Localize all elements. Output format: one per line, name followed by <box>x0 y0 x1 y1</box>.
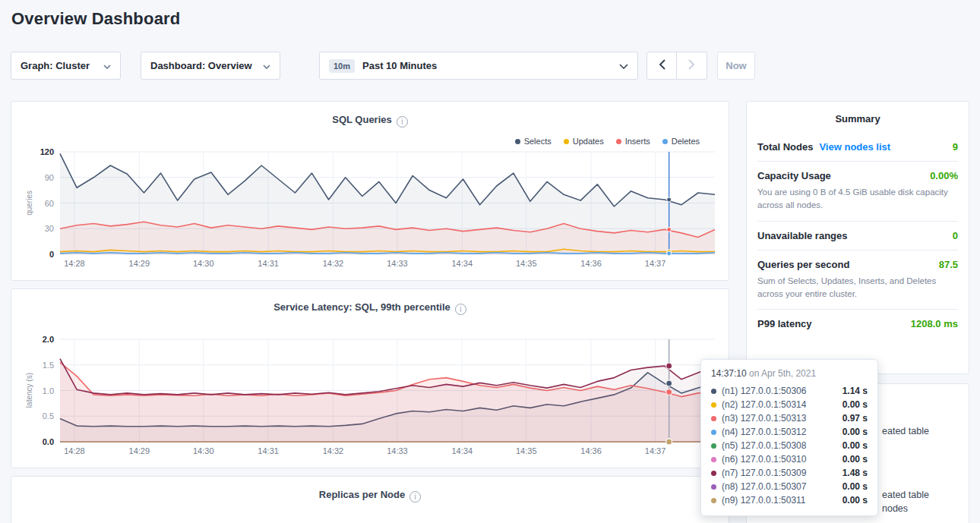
tooltip-row: (n3) 127.0.0.1:503130.97 s <box>711 411 868 425</box>
sql-queries-chart-area[interactable]: queries 1209060300 14:2814:2914:3014:311… <box>60 152 715 254</box>
dashboard-dropdown[interactable]: Dashboard: Overview <box>141 52 280 80</box>
dashboard-dropdown-label: Dashboard: Overview <box>150 60 252 71</box>
chevron-down-icon <box>103 60 111 71</box>
tooltip-node-label: (n8) 127.0.0.1:50307 <box>722 481 806 492</box>
x-tick-label: 14:29 <box>129 259 150 268</box>
sql-queries-panel: SQL Queriesi SelectsUpdatesInsertsDelete… <box>11 101 729 281</box>
tooltip-node-label: (n9) 127.0.0.1:50311 <box>722 495 806 506</box>
legend-dot-icon <box>616 139 621 144</box>
chevron-right-icon <box>688 59 695 72</box>
tooltip-row: (n6) 127.0.0.1:503100.00 s <box>711 452 868 466</box>
tooltip-node-value: 0.00 s <box>842 495 868 506</box>
view-nodes-list-link[interactable]: View nodes list <box>819 141 890 153</box>
chevron-left-icon <box>659 59 665 72</box>
graph-dropdown[interactable]: Graph: Cluster <box>11 52 121 80</box>
x-tick-label: 14:37 <box>645 446 666 455</box>
x-tick-label: 14:33 <box>387 446 408 455</box>
plot[interactable] <box>60 152 715 254</box>
summary-title: Summary <box>747 102 969 133</box>
info-icon[interactable]: i <box>397 116 408 128</box>
tooltip-row: (n2) 127.0.0.1:503140.00 s <box>711 398 868 411</box>
info-icon[interactable]: i <box>409 491 421 503</box>
time-range-picker[interactable]: 10m Past 10 Minutes <box>319 52 638 80</box>
tooltip-node-label: (n3) 127.0.0.1:50313 <box>722 413 806 424</box>
tooltip-time: 14:37:10 <box>711 368 747 379</box>
event-item-fragment: nodes <box>882 503 908 514</box>
x-tick-label: 14:35 <box>516 446 537 455</box>
tooltip-node-label: (n1) 127.0.0.1:50306 <box>722 386 806 396</box>
service-latency-chart-area[interactable]: latency (s) 2.01.51.00.50.0 14:2814:2914… <box>60 339 715 442</box>
x-tick-label: 14:31 <box>258 446 279 455</box>
capacity-usage-value: 0.00% <box>930 170 958 181</box>
tooltip-node-value: 1.14 s <box>842 386 868 396</box>
qps-label: Queries per second <box>757 259 849 270</box>
y-tick-label: 0.5 <box>43 411 54 421</box>
tooltip-row: (n7) 127.0.0.1:503091.48 s <box>711 466 868 480</box>
time-range-badge: 10m <box>329 59 355 73</box>
event-item-fragment: eated table <box>882 490 929 500</box>
replicas-per-node-panel: Replicas per Nodei <box>11 476 729 523</box>
x-tick-label: 14:35 <box>516 259 537 268</box>
graph-dropdown-label: Graph: Cluster <box>21 60 90 71</box>
unavailable-ranges-value: 0 <box>953 230 958 241</box>
legend-dot-icon <box>564 139 569 144</box>
x-tick-label: 14:28 <box>64 259 85 268</box>
tooltip-node-label: (n4) 127.0.0.1:50312 <box>722 427 806 437</box>
node-color-dot-icon <box>711 402 716 408</box>
chevron-down-icon <box>619 60 628 71</box>
chart-title-text: Replicas per Node <box>319 489 405 500</box>
legend-item: Selects <box>515 137 552 146</box>
next-time-button[interactable] <box>677 52 707 80</box>
x-tick-label: 14:37 <box>645 259 666 268</box>
plot[interactable] <box>60 339 715 442</box>
y-axis-ticks: 2.01.51.00.50.0 <box>22 339 54 442</box>
page-title: Overview Dashboard <box>11 9 180 29</box>
p99-latency-label: P99 latency <box>757 318 812 329</box>
capacity-usage-label: Capacity Usage <box>757 170 831 181</box>
tooltip-node-label: (n6) 127.0.0.1:50310 <box>722 454 806 465</box>
summary-row-total-nodes: Total Nodes View nodes list 9 <box>757 133 958 161</box>
total-nodes-value: 9 <box>953 141 958 153</box>
tooltip-node-value: 0.00 s <box>842 481 868 492</box>
tooltip-node-value: 0.00 s <box>842 440 868 451</box>
tooltip-node-label: (n2) 127.0.0.1:50314 <box>722 399 806 410</box>
node-color-dot-icon <box>711 430 716 435</box>
x-tick-label: 14:33 <box>387 259 408 268</box>
legend-item: Inserts <box>616 137 650 146</box>
chart-title: Replicas per Nodei <box>11 489 729 503</box>
x-tick-label: 14:36 <box>580 259 602 268</box>
total-nodes-label: Total Nodes <box>757 141 813 153</box>
y-tick-label: 1.0 <box>43 386 54 396</box>
capacity-usage-description: You are using 0 B of 4.5 GiB usable disk… <box>757 186 958 213</box>
node-color-dot-icon <box>711 416 716 421</box>
info-icon[interactable]: i <box>455 304 466 315</box>
y-tick-label: 120 <box>40 147 54 157</box>
x-tick-label: 14:34 <box>452 259 473 268</box>
tooltip-timestamp: 14:37:10 on Apr 5th, 2021 <box>711 368 868 379</box>
summary-row-p99-latency: P99 latency 1208.0 ms <box>757 309 958 338</box>
x-tick-label: 14:31 <box>258 259 279 268</box>
chart-title: Service Latency: SQL, 99th percentilei <box>11 301 729 315</box>
y-tick-label: 30 <box>45 223 54 234</box>
y-tick-label: 0 <box>49 249 54 260</box>
x-tick-label: 14:30 <box>193 446 214 455</box>
legend-dot-icon <box>515 139 520 144</box>
summary-panel: Summary Total Nodes View nodes list 9 Ca… <box>746 101 969 374</box>
summary-row-unavailable-ranges: Unavailable ranges 0 <box>757 221 958 250</box>
tooltip-node-label: (n5) 127.0.0.1:50308 <box>722 440 806 451</box>
qps-description: Sum of Selects, Updates, Inserts, and De… <box>757 275 958 301</box>
now-button[interactable]: Now <box>717 52 755 80</box>
event-item-fragment: eated table <box>882 426 929 436</box>
chart-title-text: SQL Queries <box>332 114 392 125</box>
prev-time-button[interactable] <box>646 52 677 80</box>
tooltip-row: (n4) 127.0.0.1:503120.00 s <box>711 425 868 439</box>
tooltip-row: (n9) 127.0.0.1:503110.00 s <box>711 493 868 507</box>
node-color-dot-icon <box>711 389 716 394</box>
tooltip-row: (n8) 127.0.0.1:503070.00 s <box>711 480 868 493</box>
y-axis-ticks: 1209060300 <box>22 152 54 254</box>
overview-dashboard-page: Overview Dashboard Graph: Cluster Dashbo… <box>0 0 980 523</box>
x-tick-label: 14:28 <box>64 446 85 455</box>
node-color-dot-icon <box>711 471 716 476</box>
tooltip-node-value: 0.00 s <box>842 454 868 465</box>
chart-legend: SelectsUpdatesInsertsDeletes <box>515 137 700 146</box>
